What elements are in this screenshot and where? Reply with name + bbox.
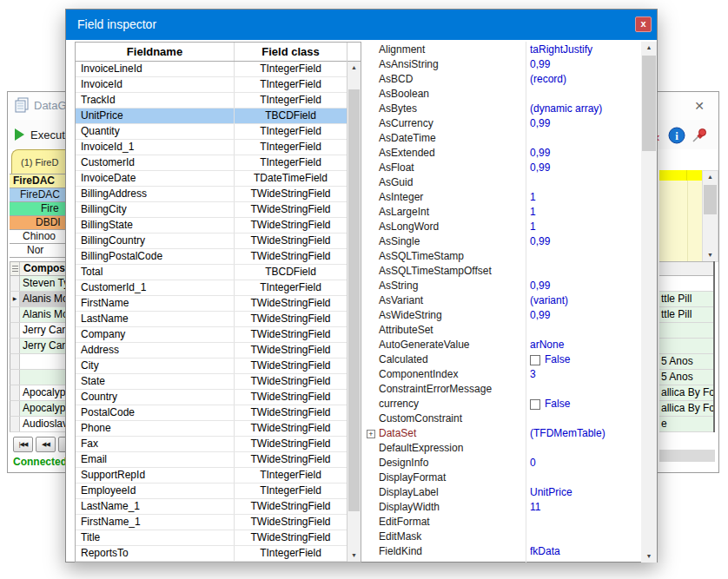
property-row[interactable]: AsExtended0,99	[365, 146, 641, 161]
scroll-up-icon[interactable]: ▲	[347, 62, 361, 74]
album-cell[interactable]: 5 Anos	[659, 370, 713, 385]
property-row[interactable]: AsWideString0,99	[365, 308, 641, 323]
yellow-header-cell[interactable]	[687, 170, 702, 181]
columns-list-scrollbar[interactable]: ▲ ▼	[702, 170, 718, 262]
field-row[interactable]: StateTWideStringField	[76, 374, 347, 390]
property-row[interactable]: AsBoolean	[365, 87, 641, 102]
property-row[interactable]: AsCurrency0,99	[365, 116, 641, 131]
field-row[interactable]: LastNameTWideStringField	[76, 312, 347, 327]
scroll-down-icon[interactable]: ▼	[703, 249, 718, 261]
property-row[interactable]: AsSingle0,99	[365, 234, 641, 249]
property-value[interactable]: 0,99	[530, 279, 641, 293]
field-row[interactable]: FirstName_1TWideStringField	[76, 515, 347, 530]
album-cell[interactable]: allica By Fou	[659, 401, 713, 417]
album-cell[interactable]	[659, 276, 713, 292]
property-value[interactable]: 0,99	[530, 308, 641, 323]
property-value[interactable]: 0,99	[530, 146, 641, 161]
album-cell[interactable]	[659, 339, 713, 354]
field-row[interactable]: CustomerId_1TIntegerField	[76, 280, 347, 296]
property-row[interactable]: AsVariant(variant)	[365, 293, 641, 308]
property-row[interactable]: AsSQLTimeStampOffset	[365, 264, 641, 279]
field-row[interactable]: InvoiceLineIdTIntegerField	[76, 62, 347, 77]
field-row[interactable]: QuantityTIntegerField	[76, 124, 347, 140]
field-row[interactable]: CityTWideStringField	[76, 359, 347, 374]
property-row[interactable]: AsSQLTimeStamp	[365, 249, 641, 264]
album-cell[interactable]: ttle Pill	[659, 292, 713, 307]
property-row[interactable]: ComponentIndex3	[365, 367, 641, 382]
property-value[interactable]: 0,99	[530, 116, 641, 131]
field-row[interactable]: CustomerIdTIntegerField	[76, 155, 347, 171]
scroll-thumb[interactable]	[348, 89, 360, 511]
field-row[interactable]: SupportRepIdTIntegerField	[76, 468, 347, 484]
field-row[interactable]: BillingCountryTWideStringField	[76, 234, 347, 249]
field-row[interactable]: TotalTBCDField	[76, 265, 347, 280]
property-row[interactable]: CustomConstraint	[365, 411, 641, 426]
property-value[interactable]: (dynamic array)	[530, 102, 641, 116]
property-row[interactable]: DisplayWidth11	[365, 500, 641, 515]
window-close-icon[interactable]: ✕	[687, 95, 711, 116]
field-row[interactable]: InvoiceId_1TIntegerField	[76, 140, 347, 155]
property-row[interactable]: AsInteger1	[365, 190, 641, 205]
fieldname-column-header[interactable]: Fieldname	[76, 43, 235, 61]
property-scrollbar[interactable]: ▲ ▼	[641, 42, 657, 563]
property-row[interactable]: AlignmenttaRightJustify	[365, 43, 641, 57]
field-row[interactable]: FaxTWideStringField	[76, 437, 347, 452]
property-row[interactable]: AsLongWord1	[365, 220, 641, 234]
property-row[interactable]: ConstraintErrorMessage	[365, 382, 641, 397]
property-value[interactable]: fkData	[530, 544, 641, 559]
album-cell[interactable]: 5 Anos	[659, 354, 713, 370]
property-value[interactable]: (record)	[530, 72, 641, 87]
property-value[interactable]: 0,99	[530, 234, 641, 249]
property-row[interactable]: EditMask	[365, 530, 641, 544]
field-row[interactable]: BillingAddressTWideStringField	[76, 187, 347, 202]
checkbox-unchecked-icon[interactable]	[530, 355, 540, 365]
property-value[interactable]: (variant)	[530, 293, 641, 308]
album-cell[interactable]	[659, 323, 713, 339]
album-cell[interactable]: allica By Fou	[659, 385, 713, 401]
property-value[interactable]: 0,99	[530, 57, 641, 72]
property-value[interactable]: UnitPrice	[530, 485, 641, 500]
property-row[interactable]: AsBCD(record)	[365, 72, 641, 87]
dialog-titlebar[interactable]: Field inspector x	[66, 10, 657, 40]
field-row[interactable]: BillingPostalCodeTWideStringField	[76, 249, 347, 265]
scroll-down-icon[interactable]: ▼	[347, 549, 361, 562]
property-value[interactable]: 1	[530, 205, 641, 220]
fieldclass-column-header[interactable]: Field class	[235, 43, 347, 61]
property-row[interactable]: EditFormat	[365, 515, 641, 530]
nav-first-button[interactable]: |◀◀	[13, 437, 33, 452]
property-value[interactable]: (TFDMemTable)	[530, 426, 641, 441]
scroll-up-icon[interactable]: ▲	[641, 42, 657, 54]
execute-button[interactable]: Execute	[15, 125, 71, 144]
scroll-up-icon[interactable]: ▲	[703, 171, 718, 183]
property-value[interactable]: 0	[530, 456, 641, 470]
pushpin-icon[interactable]	[691, 127, 708, 144]
property-row[interactable]: AsAnsiString0,99	[365, 57, 641, 72]
property-row[interactable]: DisplayLabelUnitPrice	[365, 485, 641, 500]
property-row[interactable]: +DataSet(TFDMemTable)	[365, 426, 641, 441]
field-row[interactable]: TitleTWideStringField	[76, 530, 347, 546]
property-row[interactable]: AsGuid	[365, 175, 641, 190]
horizontal-scroll-strip[interactable]	[659, 450, 715, 462]
property-row[interactable]: AsBytes(dynamic array)	[365, 102, 641, 116]
yellow-header-cell[interactable]	[659, 170, 687, 181]
property-row[interactable]: AsString0,99	[365, 279, 641, 293]
field-row[interactable]: AddressTWideStringField	[76, 343, 347, 359]
property-row[interactable]: currencyFalse	[365, 397, 641, 411]
property-value[interactable]: 1	[530, 220, 641, 234]
scroll-down-icon[interactable]: ▼	[641, 550, 657, 563]
property-row[interactable]: FieldKindfkData	[365, 544, 641, 559]
scroll-thumb[interactable]	[642, 56, 656, 151]
field-row[interactable]: InvoiceIdTIntegerField	[76, 77, 347, 93]
expand-plus-icon[interactable]: +	[367, 430, 375, 438]
property-value[interactable]: False	[530, 397, 641, 411]
field-row[interactable]: EmployeeIdTIntegerField	[76, 484, 347, 499]
field-row[interactable]: CountryTWideStringField	[76, 390, 347, 405]
field-row[interactable]: ReportsToTIntegerField	[76, 546, 347, 562]
field-row[interactable]: FirstNameTWideStringField	[76, 296, 347, 312]
field-row[interactable]: TrackIdTIntegerField	[76, 93, 347, 109]
field-row[interactable]: PostalCodeTWideStringField	[76, 405, 347, 421]
album-cell[interactable]: ttle Pill	[659, 307, 713, 323]
property-value[interactable]: 0,99	[530, 161, 641, 175]
property-row[interactable]: AttributeSet	[365, 323, 641, 338]
property-row[interactable]: AutoGenerateValuearNone	[365, 338, 641, 352]
